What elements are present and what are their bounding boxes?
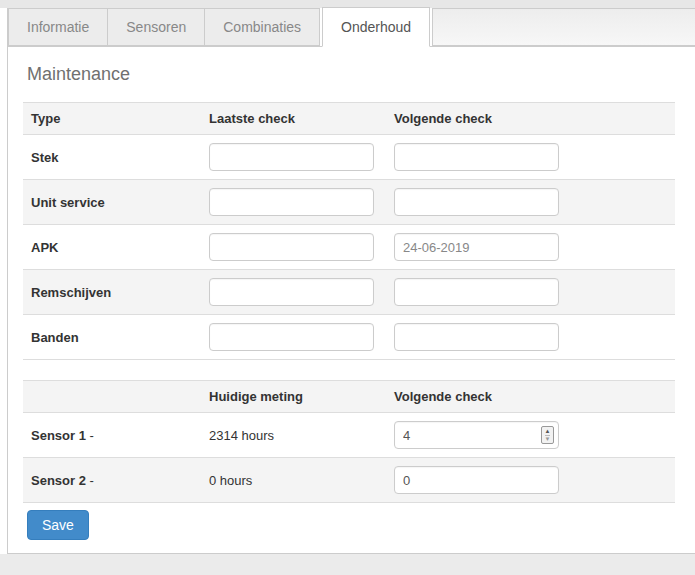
page-footer-strip [0,554,695,575]
table-row-sensor-2: Sensor 2 - 0 hours [23,458,675,503]
sensor-table-header-row: Huidige meting Volgende check [23,381,675,413]
sensor-1-current-reading: 2314 hours [201,413,386,458]
sensor-2-name: Sensor 2 [31,473,86,488]
col-header-empty [23,381,201,413]
sensor-1-volgende-check-input[interactable] [394,421,559,449]
table-row-banden: Banden [23,315,675,360]
sensor-2-suffix: - [90,473,94,488]
table-row-apk: APK [23,225,675,270]
tab-sensoren[interactable]: Sensoren [107,8,205,46]
unit-service-volgende-check-input[interactable] [394,188,559,216]
table-row-stek: Stek [23,135,675,180]
sensor-1-name: Sensor 1 [31,428,86,443]
maintenance-table: Type Laatste check Volgende check Stek U… [23,102,675,360]
spinner-down-arrow: ▼ [545,435,551,443]
tab-informatie[interactable]: Informatie [8,8,108,46]
row-label-apk: APK [23,225,201,270]
save-button[interactable]: Save [27,510,89,540]
remschijven-volgende-check-input[interactable] [394,278,559,306]
maintenance-table-header-row: Type Laatste check Volgende check [23,103,675,135]
banden-laatste-check-input[interactable] [209,323,374,351]
content-panel: Informatie Sensoren Combinaties Onderhou… [7,8,695,554]
tab-combinaties[interactable]: Combinaties [204,8,320,46]
unit-service-laatste-check-input[interactable] [209,188,374,216]
row-label-sensor-1: Sensor 1 - [23,413,201,458]
apk-laatste-check-input[interactable] [209,233,374,261]
tab-bar: Informatie Sensoren Combinaties Onderhou… [8,8,695,47]
stek-volgende-check-input[interactable] [394,143,559,171]
number-spinner-icon[interactable]: ▲ ▼ [541,426,554,444]
row-label-stek: Stek [23,135,201,180]
col-header-type: Type [23,103,201,135]
sensor-1-suffix: - [90,428,94,443]
sensor-table: Huidige meting Volgende check Sensor 1 -… [23,380,675,503]
row-label-banden: Banden [23,315,201,360]
row-label-remschijven: Remschijven [23,270,201,315]
apk-volgende-check-input[interactable] [394,233,559,261]
row-label-unit-service: Unit service [23,180,201,225]
sensor-2-current-reading: 0 hours [201,458,386,503]
table-row-sensor-1: Sensor 1 - 2314 hours ▲ ▼ [23,413,675,458]
row-label-sensor-2: Sensor 2 - [23,458,201,503]
col-header-huidige-meting: Huidige meting [201,381,386,413]
sensor-2-volgende-check-input[interactable] [394,466,559,494]
maintenance-content: Maintenance Type Laatste check Volgende … [8,64,695,540]
col-header-sensor-volgende-check: Volgende check [386,381,675,413]
col-header-laatste-check: Laatste check [201,103,386,135]
col-header-volgende-check: Volgende check [386,103,675,135]
stek-laatste-check-input[interactable] [209,143,374,171]
banden-volgende-check-input[interactable] [394,323,559,351]
table-row-remschijven: Remschijven [23,270,675,315]
tab-bar-filler [432,8,695,46]
table-row-unit-service: Unit service [23,180,675,225]
spinner-up-arrow: ▲ [545,428,551,435]
page-title: Maintenance [27,64,675,85]
tab-onderhoud[interactable]: Onderhoud [322,7,430,47]
remschijven-laatste-check-input[interactable] [209,278,374,306]
